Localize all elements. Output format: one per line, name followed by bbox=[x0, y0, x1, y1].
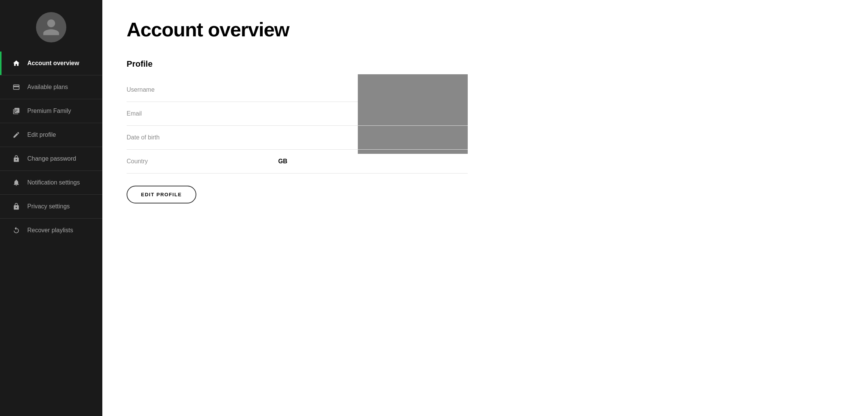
page-title: Account overview bbox=[127, 18, 844, 41]
sidebar-item-recover-playlists[interactable]: Recover playlists bbox=[0, 219, 102, 242]
sidebar-item-label-recover-playlists: Recover playlists bbox=[27, 227, 73, 234]
sidebar-item-change-password[interactable]: Change password bbox=[0, 147, 102, 170]
sidebar-item-label-privacy-settings: Privacy settings bbox=[27, 203, 70, 210]
profile-row-username: Username bbox=[127, 78, 468, 102]
profile-row-dob: Date of birth bbox=[127, 126, 468, 150]
sidebar-item-label-edit-profile: Edit profile bbox=[27, 131, 56, 138]
main-content: Account overview Profile Username Email … bbox=[102, 0, 868, 416]
sidebar-item-premium-family[interactable]: Premium Family bbox=[0, 99, 102, 123]
sidebar-navigation: Account overview Available plans Premium… bbox=[0, 52, 102, 416]
sidebar-item-label-account-overview: Account overview bbox=[27, 60, 79, 67]
sidebar-item-label-change-password: Change password bbox=[27, 155, 76, 162]
avatar-area bbox=[0, 0, 102, 52]
sidebar-item-edit-profile[interactable]: Edit profile bbox=[0, 123, 102, 147]
sidebar-item-notification-settings[interactable]: Notification settings bbox=[0, 171, 102, 194]
lock-icon bbox=[12, 155, 20, 163]
user-avatar-icon bbox=[41, 17, 61, 37]
profile-row-email: Email bbox=[127, 102, 468, 126]
sidebar-item-label-notification-settings: Notification settings bbox=[27, 179, 80, 186]
sidebar-item-available-plans[interactable]: Available plans bbox=[0, 75, 102, 99]
sidebar-item-privacy-settings[interactable]: Privacy settings bbox=[0, 195, 102, 218]
sidebar-item-label-available-plans: Available plans bbox=[27, 84, 68, 91]
profile-label-dob: Date of birth bbox=[127, 134, 278, 141]
family-icon bbox=[12, 107, 20, 115]
pencil-icon bbox=[12, 131, 20, 139]
profile-label-country: Country bbox=[127, 158, 278, 165]
lock2-icon bbox=[12, 202, 20, 211]
recover-icon bbox=[12, 226, 20, 235]
profile-row-country: Country GB bbox=[127, 150, 468, 174]
profile-value-country: GB bbox=[278, 158, 287, 165]
sidebar: Account overview Available plans Premium… bbox=[0, 0, 102, 416]
sidebar-item-label-premium-family: Premium Family bbox=[27, 108, 71, 114]
card-icon bbox=[12, 83, 20, 91]
sidebar-item-account-overview[interactable]: Account overview bbox=[0, 52, 102, 75]
profile-label-username: Username bbox=[127, 86, 278, 93]
bell-icon bbox=[12, 178, 20, 187]
profile-section-title: Profile bbox=[127, 59, 468, 69]
edit-profile-button[interactable]: EDIT PROFILE bbox=[127, 186, 196, 203]
home-icon bbox=[12, 59, 20, 67]
avatar bbox=[36, 12, 66, 42]
profile-label-email: Email bbox=[127, 110, 278, 117]
profile-section: Profile Username Email Date of birth Cou… bbox=[127, 59, 468, 203]
